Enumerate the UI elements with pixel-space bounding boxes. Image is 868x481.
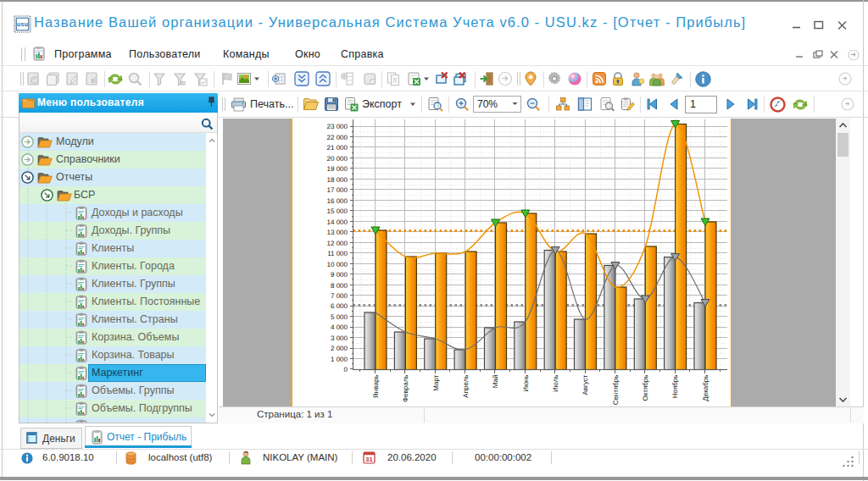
svg-text:Август: Август <box>581 374 589 395</box>
svg-text:3 000: 3 000 <box>331 334 348 342</box>
svg-text:14 000: 14 000 <box>327 218 348 226</box>
svg-text:13 000: 13 000 <box>327 229 348 236</box>
svg-text:23 000: 23 000 <box>327 123 348 130</box>
svg-text:Март: Март <box>432 374 440 390</box>
svg-text:8 000: 8 000 <box>331 282 348 290</box>
svg-text:19 000: 19 000 <box>327 165 348 173</box>
svg-text:10 000: 10 000 <box>327 261 348 268</box>
svg-text:Октябрь: Октябрь <box>642 375 649 401</box>
svg-text:Апрель: Апрель <box>462 375 470 398</box>
svg-text:Июль: Июль <box>552 375 559 392</box>
svg-text:Январь: Январь <box>372 375 380 398</box>
svg-text:12 000: 12 000 <box>327 240 348 247</box>
svg-text:16 000: 16 000 <box>327 197 348 205</box>
svg-text:usu: usu <box>17 21 28 27</box>
svg-text:20 000: 20 000 <box>327 155 348 163</box>
svg-text:Июнь: Июнь <box>522 375 530 392</box>
svg-text:5 000: 5 000 <box>331 313 348 321</box>
svg-text:31: 31 <box>365 456 372 463</box>
svg-text:15 000: 15 000 <box>327 207 348 215</box>
svg-text:6 000: 6 000 <box>331 302 348 310</box>
svg-text:7 000: 7 000 <box>331 292 348 300</box>
svg-text:11 000: 11 000 <box>327 250 348 257</box>
svg-text:17 000: 17 000 <box>327 186 348 194</box>
svg-text:18 000: 18 000 <box>327 176 348 184</box>
svg-text:Сентябрь: Сентябрь <box>612 375 620 406</box>
svg-text:Май: Май <box>492 375 499 389</box>
svg-text:4 000: 4 000 <box>331 323 348 331</box>
svg-text:0: 0 <box>344 366 348 373</box>
svg-text:1 000: 1 000 <box>331 356 348 363</box>
svg-text:22 000: 22 000 <box>327 134 348 141</box>
svg-text:Февраль: Февраль <box>402 375 409 403</box>
svg-text:Декабрь: Декабрь <box>702 375 709 401</box>
svg-text:21 000: 21 000 <box>327 144 348 152</box>
svg-text:9 000: 9 000 <box>331 271 348 279</box>
svg-text:2 000: 2 000 <box>331 345 348 352</box>
svg-text:Ноябрь: Ноябрь <box>671 375 679 399</box>
